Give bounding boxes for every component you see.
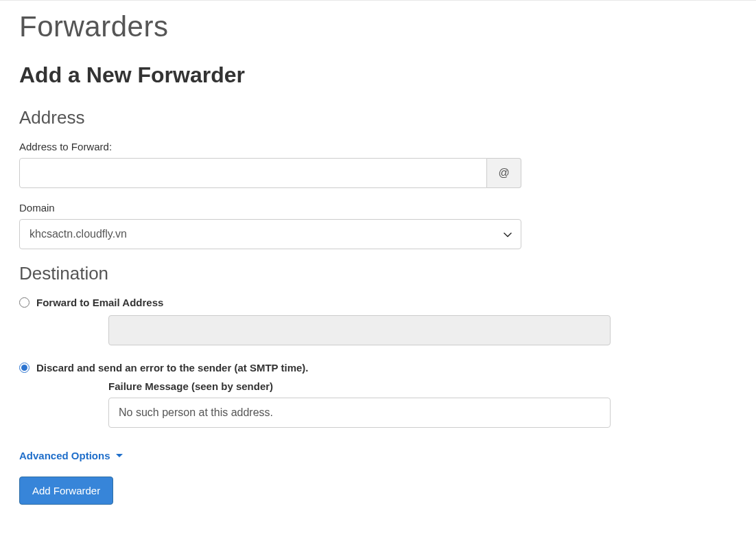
discard-radio[interactable] <box>19 363 29 373</box>
address-to-forward-input[interactable] <box>19 158 487 188</box>
section-address-title: Address <box>19 107 737 128</box>
discard-radio-label: Discard and send an error to the sender … <box>36 362 308 374</box>
page-title: Forwarders <box>19 10 737 43</box>
add-forwarder-button[interactable]: Add Forwarder <box>19 477 113 505</box>
advanced-options-toggle[interactable]: Advanced Options <box>19 450 123 461</box>
page-subtitle: Add a New Forwarder <box>19 62 737 88</box>
domain-label: Domain <box>19 202 737 214</box>
failure-message-input[interactable] <box>108 398 611 428</box>
section-destination-title: Destination <box>19 263 737 284</box>
at-symbol-addon: @ <box>487 158 521 188</box>
forward-email-radio[interactable] <box>19 297 29 308</box>
domain-select[interactable]: khcsactn.cloudfly.vn <box>19 219 521 249</box>
advanced-options-label: Advanced Options <box>19 450 110 461</box>
caret-down-icon <box>116 454 123 457</box>
forward-email-radio-label: Forward to Email Address <box>36 297 163 308</box>
address-to-forward-label: Address to Forward: <box>19 141 737 152</box>
forward-email-input <box>108 315 611 345</box>
failure-message-label: Failure Message (seen by sender) <box>108 380 611 392</box>
